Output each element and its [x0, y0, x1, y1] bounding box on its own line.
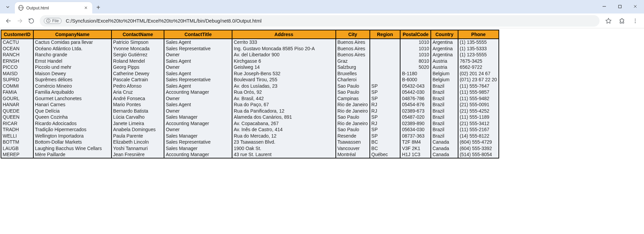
- maximize-button[interactable]: [612, 1, 627, 11]
- header-row: CustomerIDCompanyNameContactNameContactT…: [1, 30, 499, 39]
- table-cell: Buenos Aires: [336, 39, 370, 46]
- table-cell: 02389-890: [400, 120, 431, 127]
- table-cell: 08737-363: [400, 133, 431, 139]
- arrow-right-icon: [17, 18, 23, 24]
- table-cell: Familia Arquibaldo: [33, 89, 111, 95]
- table-cell: Bottom-Dollar Markets: [33, 139, 111, 145]
- maximize-icon: [618, 5, 622, 8]
- table-cell: Sales Representative: [164, 77, 232, 83]
- close-icon: [84, 6, 88, 9]
- table-cell: (02) 201 24 67: [458, 70, 499, 77]
- address-bar[interactable]: File C:/Syncfusion/Excel%20to%20HTML/Exc…: [40, 15, 600, 27]
- table-cell: Piccolo und mehr: [33, 64, 111, 70]
- column-header: Address: [232, 30, 336, 39]
- table-cell: Brazil: [431, 95, 458, 102]
- table-cell: 05487-020: [400, 114, 431, 120]
- table-cell: (604) 555-4729: [458, 139, 499, 145]
- table-cell: Québec: [370, 151, 400, 158]
- column-header: City: [336, 30, 370, 39]
- table-cell: Suprêmes délices: [33, 77, 111, 83]
- table-cell: 6562-9722: [458, 64, 499, 70]
- table-cell: TRADH: [1, 126, 33, 133]
- table-cell: Kirchgasse 6: [232, 58, 336, 64]
- table-cell: Austria: [431, 64, 458, 70]
- reload-button[interactable]: [26, 15, 37, 27]
- table-cell: QUEDE: [1, 108, 33, 114]
- table-cell: Sergio Gutiérrez: [111, 52, 164, 58]
- table-cell: [370, 52, 400, 58]
- table-cell: Maison Dewey: [33, 70, 111, 77]
- customers-table: CustomerIDCompanyNameContactNameContactT…: [1, 30, 499, 158]
- table-cell: Ricardo Adocicados: [33, 120, 111, 127]
- table-cell: Rua do Mercado, 12: [232, 133, 336, 139]
- table-cell: Sao Paulo: [336, 83, 370, 89]
- table-cell: Rue Joseph-Bens 532: [232, 70, 336, 77]
- table-cell: Austria: [431, 58, 458, 64]
- table-cell: T2F 8M4: [400, 139, 431, 145]
- table-row: WELLIWellington ImportadoraPaula Parente…: [1, 133, 499, 139]
- table-cell: 8010: [400, 58, 431, 64]
- table-cell: Tradição Hipermercados: [33, 126, 111, 133]
- new-tab-button[interactable]: +: [92, 4, 104, 11]
- table-cell: (11) 555-2167: [458, 126, 499, 133]
- table-cell: MEREP: [1, 151, 33, 158]
- table-cell: BC: [370, 139, 400, 145]
- table-cell: BC: [370, 145, 400, 152]
- table-cell: MAISD: [1, 70, 33, 77]
- table-cell: Av. Copacabana, 267: [232, 120, 336, 127]
- table-cell: Brazil: [431, 83, 458, 89]
- reload-icon: [28, 18, 34, 24]
- table-cell: Anabela Domingues: [111, 126, 164, 133]
- table-cell: Resende: [336, 133, 370, 139]
- browser-tab[interactable]: Output.html: [15, 2, 92, 13]
- table-cell: Jean Fresnière: [111, 151, 164, 158]
- table-cell: 05442-030: [400, 89, 431, 95]
- minimize-button[interactable]: [597, 1, 612, 11]
- svg-point-14: [635, 22, 636, 23]
- tab-close-button[interactable]: [83, 4, 89, 11]
- table-cell: Owner: [164, 126, 232, 133]
- menu-button[interactable]: [629, 15, 641, 27]
- table-cell: Rio de Janeiro: [336, 101, 370, 108]
- back-button[interactable]: [3, 15, 14, 27]
- table-row: ERNSHErnst HandelRoland MendelSales Agen…: [1, 58, 499, 64]
- table-cell: 23 Tsawassen Blvd.: [232, 139, 336, 145]
- table-row: RANCHRancho grandeSergio GutiérrezOwnerA…: [1, 52, 499, 58]
- table-cell: BOTTM: [1, 139, 33, 145]
- table-cell: Belgium: [431, 77, 458, 83]
- close-window-button[interactable]: [628, 1, 643, 11]
- file-origin-chip[interactable]: File: [44, 18, 62, 24]
- table-cell: Pascale Cartrain: [111, 77, 164, 83]
- table-cell: Sao Paulo: [336, 114, 370, 120]
- bookmark-button[interactable]: [602, 15, 614, 27]
- table-cell: (071) 23 67 22 20: [458, 77, 499, 83]
- table-cell: FAMIA: [1, 89, 33, 95]
- table-cell: Charleroi: [336, 77, 370, 83]
- table-cell: (21) 555-3412: [458, 120, 499, 127]
- table-cell: Gourmet Lanchonetes: [33, 95, 111, 102]
- table-cell: [370, 58, 400, 64]
- table-cell: Montréal: [336, 151, 370, 158]
- table-cell: Brazil: [431, 89, 458, 95]
- table-cell: Rancho grande: [33, 52, 111, 58]
- table-cell: Mario Pontes: [111, 101, 164, 108]
- table-row: QUEENQueen CozinhaLúcia CarvalhoSales Ma…: [1, 114, 499, 120]
- table-cell: Brazil: [431, 114, 458, 120]
- column-header: Country: [431, 30, 458, 39]
- table-cell: Canada: [431, 139, 458, 145]
- table-cell: 43 rue St. Laurent: [232, 151, 336, 158]
- table-cell: Sales Manager: [164, 114, 232, 120]
- table-cell: Elizabeth Lincoln: [111, 139, 164, 145]
- table-cell: Bruxelles: [336, 70, 370, 77]
- table-cell: SP: [370, 89, 400, 95]
- tab-search-chevron[interactable]: [3, 2, 13, 12]
- forward-button[interactable]: [14, 15, 26, 27]
- svg-rect-3: [618, 5, 621, 8]
- table-cell: [370, 64, 400, 70]
- table-cell: Janete Limeira: [111, 120, 164, 127]
- table-cell: 1900 Oak St.: [232, 145, 336, 152]
- table-cell: (11) 555-7647: [458, 83, 499, 89]
- table-cell: PICCO: [1, 64, 33, 70]
- extensions-button[interactable]: [616, 15, 628, 27]
- table-cell: SP: [370, 95, 400, 102]
